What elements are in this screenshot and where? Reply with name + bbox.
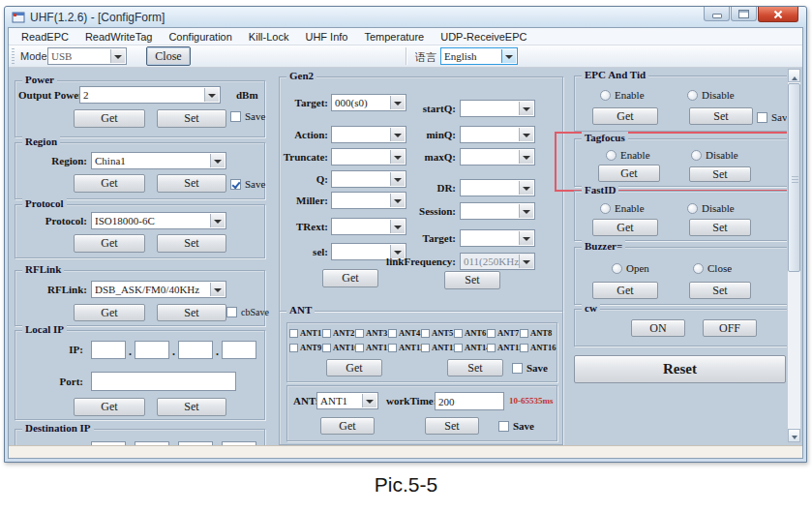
power-save-checkbox[interactable]: Save — [230, 110, 265, 122]
power-set-button[interactable]: Set — [157, 109, 226, 128]
ant-worktime-save-checkbox[interactable]: Save — [498, 420, 534, 432]
destination-ip-octet1-input[interactable] — [91, 441, 126, 445]
chevron-down-icon[interactable] — [210, 214, 225, 227]
destination-ip-octet3-input[interactable] — [178, 441, 213, 445]
gen2-startq-select[interactable] — [460, 100, 535, 117]
buzzer-set-button[interactable]: Set — [689, 282, 751, 299]
fastid-get-button[interactable]: Get — [592, 219, 658, 236]
menu-item-udp-receiveepc[interactable]: UDP-ReceiveEPC — [440, 31, 526, 43]
chevron-down-icon[interactable] — [210, 154, 225, 167]
fastid-set-button[interactable]: Set — [689, 219, 751, 236]
ant-checkbox[interactable]: ANT9 — [289, 343, 322, 352]
local-ip-octet3-input[interactable] — [178, 341, 213, 359]
epc-tid-get-button[interactable]: Get — [592, 107, 658, 125]
mode-select[interactable]: USB — [47, 47, 127, 65]
tagfocus-get-button[interactable]: Get — [598, 165, 660, 182]
chevron-down-icon[interactable] — [204, 88, 219, 102]
menu-item-readwritetag[interactable]: ReadWriteTag — [85, 31, 153, 43]
gen2-session-select[interactable] — [460, 202, 535, 220]
ant-worktime-set-button[interactable]: Set — [425, 417, 479, 435]
local-ip-octet4-input[interactable] — [222, 341, 256, 359]
protocol-select[interactable]: ISO18000-6C — [91, 212, 226, 229]
close-config-button[interactable]: Close — [146, 46, 191, 66]
scroll-down-icon[interactable] — [788, 429, 800, 442]
fastid-enable-radio[interactable]: Enable — [600, 202, 645, 214]
ant-checkbox[interactable]: ANT13 — [421, 343, 454, 352]
chevron-down-icon[interactable] — [519, 231, 533, 245]
protocol-set-button[interactable]: Set — [157, 234, 226, 253]
region-save-checkbox[interactable]: Save — [230, 178, 265, 190]
gen2-maxq-select[interactable] — [460, 148, 535, 166]
power-get-button[interactable]: Get — [74, 109, 145, 128]
gen2-dr-select[interactable] — [460, 179, 535, 196]
chevron-down-icon[interactable] — [519, 102, 533, 115]
buzzer-close-radio[interactable]: Close — [693, 262, 732, 274]
ant-checkbox[interactable]: ANT15 — [487, 343, 520, 352]
chevron-down-icon[interactable] — [501, 49, 516, 63]
local-port-input[interactable] — [91, 372, 236, 391]
menu-item-readepc[interactable]: ReadEPC — [21, 31, 69, 43]
tagfocus-set-button[interactable]: Set — [689, 166, 751, 182]
tagfocus-enable-radio[interactable]: Enable — [606, 149, 650, 161]
ant-checkbox[interactable]: ANT8 — [520, 328, 553, 338]
region-set-button[interactable]: Set — [157, 174, 226, 193]
destination-ip-octet4-input[interactable] — [222, 441, 256, 445]
ant-checkbox[interactable]: ANT1 — [289, 328, 322, 338]
ant-checkbox[interactable]: ANT14 — [454, 343, 487, 352]
close-window-button[interactable] — [758, 7, 798, 22]
epc-tid-set-button[interactable]: Set — [689, 107, 753, 125]
gen2-set-button[interactable]: Set — [444, 271, 500, 289]
ant-select[interactable]: ANT1 — [316, 392, 378, 409]
ant-checkbox[interactable]: ANT3 — [355, 328, 388, 338]
ant-checkbox[interactable]: ANT2 — [322, 328, 355, 338]
ant-checkbox[interactable]: ANT5 — [421, 328, 454, 338]
menu-item-configuration[interactable]: Configuration — [168, 31, 231, 43]
ant-checkbox[interactable]: ANT11 — [355, 343, 388, 352]
epc-tid-disable-radio[interactable]: Disable — [687, 89, 735, 101]
protocol-get-button[interactable]: Get — [74, 234, 145, 253]
rflink-get-button[interactable]: Get — [74, 304, 145, 321]
local-ip-octet2-input[interactable] — [135, 341, 169, 359]
ant-checkbox[interactable]: ANT10 — [322, 343, 355, 352]
language-select[interactable]: English — [440, 47, 518, 65]
fastid-disable-radio[interactable]: Disable — [687, 202, 735, 214]
cw-off-button[interactable]: OFF — [703, 319, 757, 337]
chevron-down-icon[interactable] — [519, 128, 533, 141]
cw-on-button[interactable]: ON — [631, 319, 685, 337]
reset-button[interactable]: Reset — [574, 355, 786, 383]
local-ip-set-button[interactable]: Set — [157, 398, 226, 416]
ant-checkbox[interactable]: ANT7 — [487, 328, 520, 338]
ant-checkbox[interactable]: ANT4 — [388, 328, 421, 338]
gen2-get-button[interactable]: Get — [322, 269, 378, 287]
epc-tid-enable-radio[interactable]: Enable — [600, 89, 645, 101]
rflink-select[interactable]: DSB_ASK/FM0/40KHz — [91, 281, 226, 298]
menu-item-kill-lock[interactable]: Kill-Lock — [249, 31, 289, 43]
menu-item-temperature[interactable]: Temperature — [364, 31, 424, 43]
chevron-down-icon[interactable] — [210, 283, 225, 296]
ant-worktime-get-button[interactable]: Get — [320, 417, 375, 435]
maximize-button[interactable] — [731, 7, 757, 21]
ant-checkbox[interactable]: ANT6 — [454, 328, 487, 338]
rflink-set-button[interactable]: Set — [157, 304, 226, 321]
region-select[interactable]: China1 — [91, 152, 226, 169]
chevron-down-icon[interactable] — [362, 394, 376, 407]
destination-ip-octet2-input[interactable] — [135, 441, 169, 445]
ant-checkbox[interactable]: ANT16 — [520, 343, 553, 352]
local-ip-octet1-input[interactable] — [91, 341, 126, 359]
chevron-down-icon[interactable] — [519, 150, 533, 164]
buzzer-get-button[interactable]: Get — [592, 282, 658, 299]
vertical-scrollbar[interactable] — [787, 68, 801, 443]
menu-item-uhf-info[interactable]: UHF Info — [305, 31, 347, 43]
scroll-up-icon[interactable] — [788, 69, 800, 82]
worktime-input[interactable] — [435, 392, 504, 410]
chevron-down-icon[interactable] — [390, 220, 405, 233]
minimize-button[interactable] — [704, 7, 730, 21]
tagfocus-disable-radio[interactable]: Disable — [691, 149, 738, 161]
buzzer-open-radio[interactable]: Open — [612, 262, 649, 274]
local-ip-get-button[interactable]: Get — [74, 398, 145, 416]
chevron-down-icon[interactable] — [519, 204, 533, 218]
gen2-target2-select[interactable] — [460, 229, 535, 247]
ant-set-button[interactable]: Set — [447, 359, 503, 376]
rflink-save-checkbox[interactable]: cbSave — [226, 307, 269, 317]
ant-save-checkbox[interactable]: Save — [512, 362, 548, 374]
